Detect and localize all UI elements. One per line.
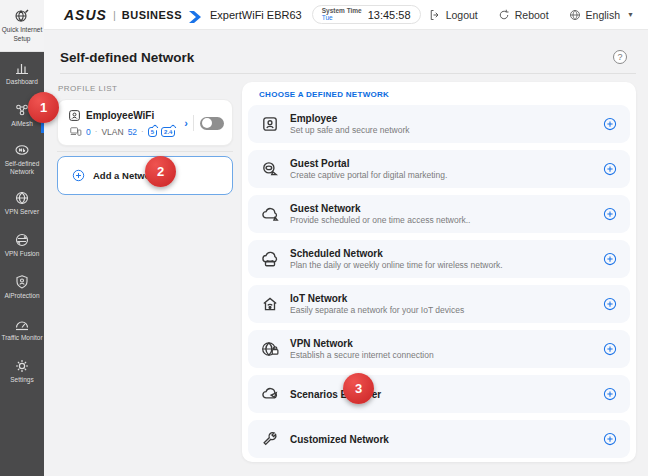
band-2-4ghz-icon: 2.4 bbox=[161, 127, 175, 137]
profile-badge-icon bbox=[68, 109, 81, 122]
band-5ghz-icon: 5 bbox=[148, 127, 157, 137]
add-plus-icon[interactable] bbox=[603, 252, 617, 266]
annotation-badge-2: 2 bbox=[145, 156, 176, 187]
reboot-button[interactable]: Reboot bbox=[498, 9, 549, 21]
traffic-monitor-icon bbox=[14, 316, 30, 332]
annotation-badge-1: 1 bbox=[28, 92, 59, 123]
settings-icon bbox=[14, 358, 30, 374]
profile-expand-chevron-icon[interactable]: › bbox=[184, 117, 188, 129]
sidebar-item-vpn-server[interactable]: VPN Server bbox=[0, 182, 44, 224]
network-type-row-vpn-network[interactable]: VPN Network Establish a secure internet … bbox=[248, 330, 630, 368]
logout-button[interactable]: Logout bbox=[429, 9, 478, 21]
vpn-server-icon bbox=[14, 190, 30, 206]
globe-icon bbox=[569, 9, 581, 21]
wrench-icon bbox=[261, 430, 279, 448]
add-plus-icon[interactable] bbox=[603, 342, 617, 356]
product-name: ExpertWiFi EBR63 bbox=[210, 9, 302, 21]
choose-network-panel: CHOOSE A DEFINED NETWORK Employee Set up… bbox=[242, 82, 636, 462]
sidebar-item-traffic-monitor[interactable]: Traffic Monitor bbox=[0, 308, 44, 350]
sidebar-item-vpn-fusion[interactable]: VPN Fusion bbox=[0, 224, 44, 266]
plus-circle-icon bbox=[72, 169, 85, 182]
self-defined-network-icon bbox=[14, 142, 30, 158]
sidebar-item-dashboard[interactable]: Dashboard bbox=[0, 52, 44, 94]
add-plus-icon[interactable] bbox=[603, 387, 617, 401]
help-button[interactable]: ? bbox=[613, 50, 627, 64]
guest-network-icon bbox=[261, 205, 279, 223]
vpn-globe-icon bbox=[261, 340, 279, 358]
logout-icon bbox=[429, 9, 441, 21]
network-type-row-employee[interactable]: Employee Set up safe and secure network bbox=[248, 105, 630, 143]
network-type-row-iot-network[interactable]: IoT Network Easily separate a network fo… bbox=[248, 285, 630, 323]
add-plus-icon[interactable] bbox=[603, 162, 617, 176]
aiprotection-icon bbox=[14, 274, 30, 290]
sidebar: Quick Internet Setup Dashboard AiMesh Se… bbox=[0, 0, 44, 476]
chevron-down-icon: ▼ bbox=[627, 11, 634, 18]
schedule-icon bbox=[261, 250, 279, 268]
network-type-row-scenarios-explorer[interactable]: Scenarios Explorer bbox=[248, 375, 630, 413]
title-divider bbox=[60, 73, 636, 74]
add-plus-icon[interactable] bbox=[603, 207, 617, 221]
add-plus-icon[interactable] bbox=[603, 297, 617, 311]
choose-network-heading: CHOOSE A DEFINED NETWORK bbox=[259, 90, 389, 99]
page-title: Self-defined Network bbox=[60, 50, 194, 65]
scenarios-icon bbox=[261, 385, 279, 403]
vlan-label: VLAN bbox=[101, 127, 123, 137]
iot-icon bbox=[261, 295, 279, 313]
portal-icon bbox=[261, 160, 279, 178]
sidebar-item-settings[interactable]: Settings bbox=[0, 350, 44, 392]
sidebar-item-quick-internet-setup[interactable]: Quick Internet Setup bbox=[0, 0, 44, 52]
system-time-day: Tue bbox=[322, 15, 362, 22]
client-count: 0 bbox=[86, 127, 91, 137]
add-plus-icon[interactable] bbox=[603, 117, 617, 131]
profile-card-employeewifi[interactable]: EmployeeWiFi 0 · VLAN 52 · 5 2.4 › bbox=[57, 99, 233, 146]
quick-setup-icon bbox=[14, 8, 30, 24]
dashboard-icon bbox=[14, 60, 30, 76]
network-type-row-customized-network[interactable]: Customized Network bbox=[248, 420, 630, 458]
asus-logo: ASUS bbox=[64, 7, 107, 23]
vpn-fusion-icon bbox=[14, 232, 30, 248]
profile-enable-toggle[interactable] bbox=[200, 117, 224, 130]
brand-logo: ASUS | BUSINESS bbox=[64, 7, 202, 23]
sidebar-item-self-defined-network[interactable]: Self-defined Network bbox=[0, 136, 44, 182]
vlan-id: 52 bbox=[128, 127, 137, 137]
network-type-row-guest-portal[interactable]: Guest Portal Create captive portal for d… bbox=[248, 150, 630, 188]
network-type-list: Employee Set up safe and secure network … bbox=[248, 105, 630, 458]
profile-list-heading: PROFILE LIST bbox=[58, 84, 117, 93]
add-plus-icon[interactable] bbox=[603, 432, 617, 446]
profile-name: EmployeeWiFi bbox=[86, 110, 154, 121]
brand-arrow-icon bbox=[188, 9, 202, 21]
system-time: System Time Tue 13:45:58 bbox=[312, 5, 421, 25]
business-label: BUSINESS bbox=[122, 9, 182, 21]
network-type-row-scheduled-network[interactable]: Scheduled Network Plan the daily or week… bbox=[248, 240, 630, 278]
language-selector[interactable]: English ▼ bbox=[569, 9, 634, 21]
id-badge-icon bbox=[261, 115, 279, 133]
profile-panel-divider bbox=[57, 151, 233, 152]
system-time-value: 13:45:58 bbox=[368, 9, 411, 21]
topbar: ASUS | BUSINESS ExpertWiFi EBR63 System … bbox=[44, 0, 648, 30]
annotation-badge-3: 3 bbox=[343, 373, 374, 404]
clients-icon bbox=[70, 126, 82, 137]
reboot-icon bbox=[498, 9, 510, 21]
sidebar-item-aiprotection[interactable]: AiProtection bbox=[0, 266, 44, 308]
network-type-row-guest-network[interactable]: Guest Network Provide scheduled or one t… bbox=[248, 195, 630, 233]
